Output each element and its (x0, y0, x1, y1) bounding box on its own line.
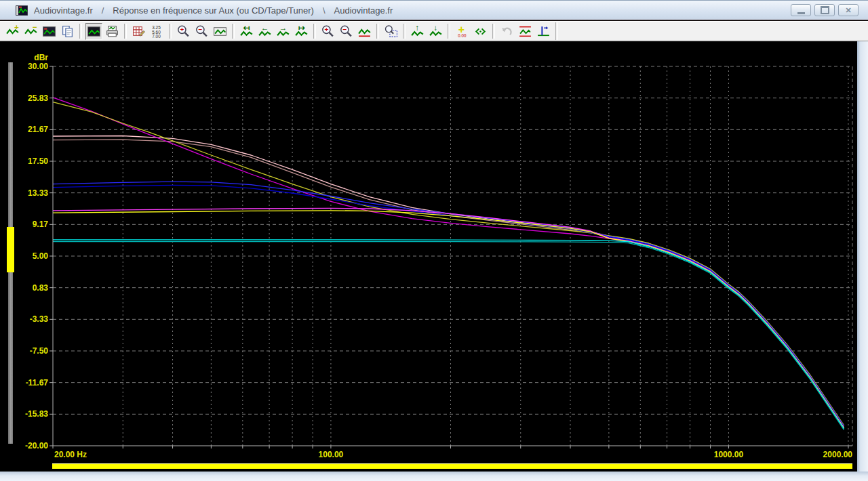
frequency-response-chart: dBr30.0025.8321.6717.5013.339.175.000.83… (0, 41, 858, 481)
y-tick-label: 30.00 (28, 62, 48, 71)
close-icon: ✕ (845, 7, 851, 14)
fit-vertical-button[interactable] (356, 23, 373, 40)
impulse-view-icon (536, 24, 551, 39)
show-values-list-icon: 3.255.607.00 (150, 24, 164, 39)
zoom-selection-button[interactable] (382, 23, 399, 40)
x-tick-label: 20.00 Hz (54, 450, 87, 459)
title-app-name-2: Audiovintage.fr (334, 5, 393, 16)
undo-button[interactable] (498, 23, 515, 40)
application-window: Audiovintage.fr / Réponse en fréquence s… (0, 0, 868, 481)
title-separator: / (102, 5, 104, 16)
zoom-out-horizontal-icon: − (195, 24, 209, 39)
undo-icon (500, 24, 514, 39)
y-axis-unit: dBr (34, 53, 48, 62)
y-tick-label: -3.33 (30, 314, 49, 324)
title-app-name: Audiovintage.fr (34, 5, 93, 16)
center-cursor-icon (473, 24, 488, 39)
y-tick-label: -20.00 (25, 441, 48, 451)
window-right-border (857, 41, 868, 481)
toolbar-separator (403, 24, 406, 39)
show-graph-button[interactable] (85, 23, 102, 40)
toolbar-separator (492, 24, 495, 39)
minimize-icon (797, 12, 805, 14)
toolbar-separator (555, 22, 558, 40)
svg-text:↓: ↓ (434, 24, 438, 32)
zoom-out-vertical-icon: − (339, 24, 353, 39)
fit-vertical-icon (357, 24, 372, 39)
print-graph-button[interactable] (104, 23, 121, 40)
y-tick-label: 9.17 (33, 219, 49, 229)
save-graph-button[interactable] (41, 23, 58, 40)
zoom-out-vertical-button[interactable]: − (338, 23, 355, 40)
toolbar: +−3.255.607.00+−↤←→↦+−↑↓+0.00 (0, 21, 868, 41)
scroll-left-button[interactable]: ← (256, 23, 273, 40)
toolbar-separator (169, 24, 172, 39)
zoom-in-horizontal-icon: + (176, 24, 191, 39)
shift-curve-up-icon: ↑ (410, 24, 425, 39)
horizontal-range-scrollbar[interactable] (52, 463, 852, 469)
svg-text:↦: ↦ (298, 24, 305, 32)
show-graph-icon (87, 24, 101, 39)
fit-horizontal-button[interactable] (212, 23, 229, 40)
show-limits-icon (518, 24, 532, 39)
x-tick-label: 1000.00 (714, 450, 744, 459)
add-curve-icon: + (5, 24, 20, 39)
shift-curve-up-button[interactable]: ↑ (409, 23, 426, 40)
print-graph-icon (105, 24, 119, 39)
toolbar-separator (124, 24, 127, 39)
svg-text:+: + (180, 26, 184, 33)
svg-text:7.00: 7.00 (152, 33, 161, 38)
toolbar-separator (448, 24, 450, 39)
toolbar-separator (376, 24, 379, 39)
show-values-list-button[interactable]: 3.255.607.00 (149, 23, 165, 40)
minimize-button[interactable] (791, 4, 811, 16)
scroll-right-icon: → (276, 24, 290, 39)
y-tick-label: 13.33 (28, 188, 48, 198)
cursor-readout-icon: +0.00 (455, 24, 469, 39)
zoom-in-horizontal-button[interactable]: + (175, 23, 192, 40)
vertical-range-indicator[interactable] (7, 227, 14, 272)
remove-curve-button[interactable]: − (22, 23, 39, 40)
show-limits-button[interactable] (517, 23, 534, 40)
shift-curve-down-icon: ↓ (429, 24, 443, 39)
copy-graph-button[interactable] (59, 23, 76, 40)
maximize-button[interactable] (814, 4, 835, 16)
toolbar-separator (79, 24, 82, 39)
zoom-selection-icon (384, 24, 398, 39)
scroll-to-end-button[interactable]: ↦ (293, 23, 310, 40)
y-tick-label: 25.83 (28, 93, 48, 103)
zoom-out-horizontal-button[interactable]: − (193, 23, 210, 40)
y-tick-label: 17.50 (28, 156, 48, 166)
cursor-readout-button[interactable]: +0.00 (454, 23, 471, 40)
title-bar: Audiovintage.fr / Réponse en fréquence s… (0, 0, 868, 20)
zoom-in-vertical-button[interactable]: + (319, 23, 336, 40)
zoom-in-vertical-icon: + (321, 24, 335, 39)
scroll-right-button[interactable]: → (275, 23, 292, 40)
y-tick-label: -7.50 (30, 346, 49, 356)
impulse-view-button[interactable] (535, 23, 552, 40)
save-graph-icon (42, 24, 56, 39)
scroll-to-start-icon: ↤ (239, 24, 254, 39)
add-curve-button[interactable]: + (4, 23, 21, 40)
svg-text:↤: ↤ (243, 24, 250, 32)
toolbar-separator (232, 24, 235, 39)
edit-data-table-button[interactable] (130, 23, 147, 40)
scroll-to-start-button[interactable]: ↤ (238, 23, 255, 40)
copy-graph-icon (60, 24, 75, 39)
y-tick-label: -11.67 (26, 378, 49, 388)
shift-curve-down-button[interactable]: ↓ (427, 23, 444, 40)
maximize-icon (821, 6, 829, 14)
svg-text:−: − (33, 24, 37, 31)
title-measurement-name: Réponse en fréquence sur Aux (ou CD/Tape… (113, 5, 314, 16)
x-tick-label: 2000.00 (823, 450, 853, 459)
center-cursor-button[interactable] (472, 23, 489, 40)
app-icon (16, 5, 28, 16)
y-tick-label: 5.00 (33, 251, 49, 261)
close-button[interactable]: ✕ (838, 4, 859, 16)
svg-text:+: + (324, 26, 328, 33)
y-tick-label: 0.83 (33, 283, 49, 293)
scroll-to-end-icon: ↦ (294, 24, 309, 39)
toolbar-separator (313, 24, 316, 39)
svg-text:−: − (198, 26, 202, 33)
title-separator-2: \ (323, 5, 326, 16)
